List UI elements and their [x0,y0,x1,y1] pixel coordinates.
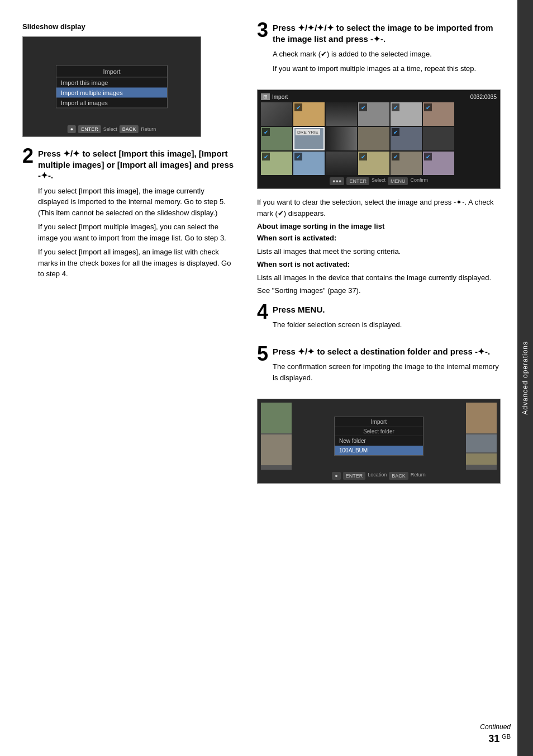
sidebar-label: Advanced operations [521,341,529,415]
advanced-operations-sidebar: Advanced operations [517,0,533,756]
checkmark-3-6: ✔ [424,153,432,160]
slideshow-menu-item-2[interactable]: Import multiple images [56,88,167,98]
grid-ctrl-select: Select [372,177,386,185]
grid-row-2: ✔ DRE YRIE [261,127,497,150]
step-2-heading: Press ✦/✦ to select [Import this image],… [38,148,235,181]
step-3-content: Press ✦/✦/✦/✦ to select the image to be … [273,22,501,77]
about-para-sort-off-text: Lists all images in the device that cont… [257,272,501,284]
grid-row-3: ✔ ✔ ✔ [261,152,497,175]
step-3-para-1: A check mark (✔) is added to the selecte… [273,49,501,60]
grid-cell-2-4[interactable] [358,127,389,150]
step-3-block: 3 Press ✦/✦/✦/✦ to select the image to b… [257,22,501,77]
grid-cell-2-1[interactable]: ✔ [261,127,292,150]
about-para-sort-on-text: Lists all images that meet the sorting c… [257,246,501,257]
folder-controls: ● ENTER Location BACK Return [261,472,497,480]
checkmark-1-2: ✔ [294,103,302,111]
grid-cell-1-1[interactable] [261,102,292,126]
step-2-para-1: If you select [Import this image], the i… [38,186,235,219]
folder-box: Import Select folder New folder 100ALBUM [257,399,501,484]
about-image-sorting: About image sorting in the image list Wh… [257,222,501,296]
step-2-para-3: If you select [Import all images], an im… [38,247,235,280]
step-2-para-2: If you select [Import multiple images], … [38,221,235,243]
ctrl-return-label: Return [141,126,156,132]
step-5-number: 5 [257,344,268,364]
grid-cell-2-2[interactable]: DRE YRIE [293,127,325,150]
folder-right-images [466,403,497,470]
step-4-content: Press MENU. The folder selection screen … [273,304,501,334]
slideshow-menu-item-3[interactable]: Import all images [56,98,167,108]
clear-selection-text: If you want to clear the selection, sele… [257,197,501,219]
slideshow-display-box: Import Import this image Import multiple… [22,36,201,137]
grid-cell-3-5[interactable]: ✔ [391,152,422,175]
grid-cell-3-6[interactable]: ✔ [423,152,454,175]
grid-cell-1-3[interactable] [326,102,357,126]
step-5-block: 5 Press ✦/✦ to select a destination fold… [257,346,501,387]
folder-ctrl-return: Return [411,472,426,480]
folder-ctrl-dot[interactable]: ● [332,472,340,480]
step-3-heading: Press ✦/✦/✦/✦ to select the image to be … [273,22,501,44]
continued-label: Continued [480,723,511,731]
grid-cell-3-1[interactable]: ✔ [261,152,292,175]
grid-title-label: Import [272,94,288,100]
about-para-sort-on-label: When sort is activated: [257,233,501,244]
about-title: About image sorting in the image list [257,222,501,230]
slideshow-controls: ● ENTER Select BACK Return [68,125,156,133]
grid-ctrl-confirm: Confirm [410,177,428,185]
checkmark-3-5: ✔ [392,153,399,160]
grid-timestamp: 0032:0035 [470,94,497,100]
step-2-content: Press ✦/✦ to select [Import this image],… [38,148,235,283]
folder-menu-item-1[interactable]: New folder [335,436,423,446]
ctrl-select-label: Select [103,126,117,132]
grid-ctrl-menu[interactable]: MENU [388,177,408,185]
step-5-content: Press ✦/✦ to select a destination folder… [273,346,501,387]
grid-row-1: ✔ ✔ ✔ [261,102,497,126]
grid-cell-1-4[interactable]: ✔ [358,102,389,126]
folder-left-images [261,403,292,470]
folder-ctrl-location: Location [368,472,387,480]
folder-bg-images: Import Select folder New folder 100ALBUM [261,403,497,470]
grid-controls: ●●● ENTER Select MENU Confirm [261,177,497,185]
about-para-sort-off-label: When sort is not activated: [257,259,501,270]
grid-cell-2-6[interactable] [423,127,454,150]
folder-ctrl-enter[interactable]: ENTER [343,472,366,480]
step-4-number: 4 [257,302,268,322]
grid-cell-2-5[interactable]: ✔ [391,127,422,150]
slideshow-menu: Import Import this image Import multiple… [56,65,168,108]
step-5-para: The confirmation screen for impoting the… [273,361,501,383]
checkmark-1-4: ✔ [359,103,367,111]
slideshow-menu-item-1[interactable]: Import this image [56,78,167,88]
grid-cell-2-3[interactable] [326,127,357,150]
folder-menu-item-2[interactable]: 100ALBUM [335,446,423,455]
step-5-heading: Press ✦/✦ to select a destination folder… [273,346,501,357]
folder-ctrl-back[interactable]: BACK [389,472,408,480]
checkmark-1-6: ✔ [424,103,432,111]
folder-menu-subtitle: Select folder [335,427,423,436]
grid-ctrl-dots[interactable]: ●●● [330,177,344,185]
checkmark-3-2: ✔ [294,153,302,160]
checkmark-1-5: ✔ [392,103,399,111]
step-2-number: 2 [22,146,34,166]
step-3-para-2: If you want to import multiple images at… [273,63,501,74]
ctrl-circle[interactable]: ● [68,125,76,133]
grid-cell-3-4[interactable]: ✔ [358,152,389,175]
checkmark-3-4: ✔ [359,153,367,160]
grid-cell-1-2[interactable]: ✔ [293,102,325,126]
checkmark-3-1: ✔ [262,153,270,160]
checkmark-2-5: ✔ [392,128,399,136]
ctrl-enter[interactable]: ENTER [78,125,101,133]
grid-cell-1-6[interactable]: ✔ [423,102,454,126]
folder-menu: Import Select folder New folder 100ALBUM [334,417,423,456]
grid-ctrl-enter[interactable]: ENTER [346,177,369,185]
grid-cell-3-2[interactable]: ✔ [293,152,325,175]
slideshow-menu-title: Import [56,66,167,78]
step-2-block: 2 Press ✦/✦ to select [Import this image… [22,148,235,283]
slideshow-section-title: Slideshow display [22,22,235,31]
folder-center-area: Import Select folder New folder 100ALBUM [292,403,466,470]
grid-cell-1-5[interactable]: ✔ [391,102,422,126]
ctrl-back[interactable]: BACK [120,125,139,133]
bottom-bar: Continued 31 GB [480,723,511,745]
step-3-number: 3 [257,20,268,40]
folder-menu-title: Import [335,417,423,427]
step-4-heading: Press MENU. [273,304,501,315]
grid-cell-3-3[interactable] [326,152,357,175]
